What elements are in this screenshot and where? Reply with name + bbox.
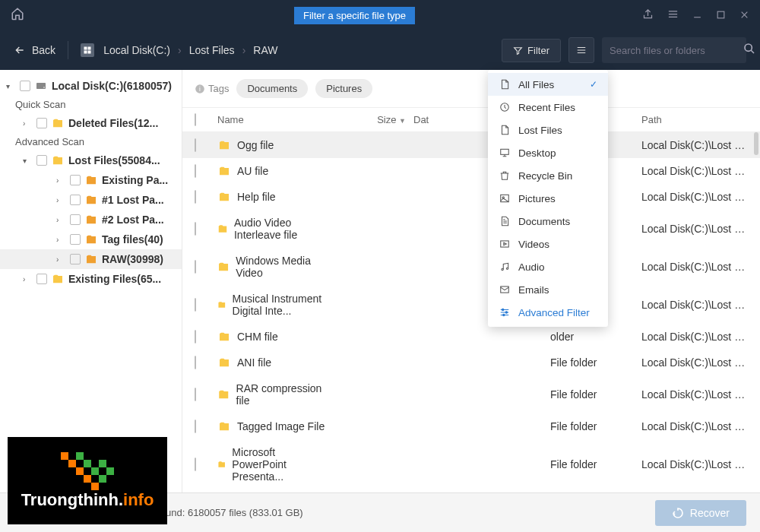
filter-item[interactable]: Recycle Bin — [488, 164, 608, 187]
svg-point-5 — [745, 44, 752, 51]
table-row[interactable]: Windows Media Video older Local Disk(C:)… — [182, 248, 760, 286]
minimize-icon[interactable] — [692, 9, 702, 22]
expand-icon[interactable]: › — [23, 275, 32, 283]
checkbox[interactable] — [195, 190, 196, 204]
column-name[interactable]: Name — [217, 114, 330, 125]
tree-existing-files[interactable]: › Existing Files(65... — [0, 269, 182, 289]
tree-raw[interactable]: › RAW(30998) — [0, 249, 182, 269]
recover-button[interactable]: Recover — [655, 500, 746, 526]
filter-item[interactable]: Videos — [488, 233, 608, 255]
table-row[interactable]: Help file older Local Disk(C:)\Lost F... — [182, 184, 760, 210]
expand-icon[interactable]: › — [56, 216, 65, 224]
file-path: Local Disk(C:)\Lost F... — [641, 458, 748, 470]
home-icon[interactable] — [11, 10, 24, 23]
expand-icon[interactable]: › — [56, 236, 65, 244]
checkbox[interactable] — [195, 388, 196, 401]
filter-item[interactable]: Audio — [488, 255, 608, 278]
table-row[interactable]: Musical Instrument Digital Inte... older… — [182, 286, 760, 324]
collapse-icon[interactable]: ▾ — [23, 157, 32, 165]
table-row[interactable]: Tagged Image File File folder Local Disk… — [182, 413, 760, 439]
table-row[interactable]: Microsoft PowerPoint Presenta... File fo… — [182, 439, 760, 489]
checkbox[interactable] — [195, 138, 196, 152]
expand-icon[interactable]: › — [56, 255, 65, 264]
tree-deleted-files[interactable]: › Deleted Files(12... — [0, 113, 182, 133]
file-name: Ogg file — [237, 139, 274, 151]
table-row[interactable]: Ogg file older Local Disk(C:)\Lost F... — [182, 132, 760, 158]
expand-icon[interactable]: › — [56, 196, 65, 204]
chevron-right-icon: › — [242, 44, 246, 56]
column-size[interactable]: Size ▼ — [330, 114, 413, 125]
checkbox[interactable] — [70, 175, 81, 185]
tree-tag-files[interactable]: › Tag files(40) — [0, 230, 182, 249]
checkbox[interactable] — [36, 274, 47, 284]
checkbox[interactable] — [70, 214, 81, 225]
tree-root[interactable]: ▾ Local Disk(C:)(6180057) — [0, 76, 182, 96]
filter-item-label: Emails — [518, 284, 549, 296]
breadcrumb-item[interactable]: Lost Files — [189, 44, 235, 56]
checkbox[interactable] — [195, 164, 196, 178]
table-row[interactable]: AU file older Local Disk(C:)\Lost F... — [182, 158, 760, 184]
filter-button[interactable]: Filter — [502, 39, 561, 62]
checkbox[interactable] — [195, 458, 196, 471]
checkbox[interactable] — [70, 195, 81, 205]
svg-rect-29 — [84, 475, 91, 483]
tree-lost-pa-1[interactable]: › #1 Lost Pa... — [0, 190, 182, 210]
select-all-checkbox[interactable] — [195, 113, 196, 126]
tag-documents[interactable]: Documents — [236, 79, 308, 98]
filter-item[interactable]: Pictures — [488, 187, 608, 210]
table-row[interactable]: ANI file File folder Local Disk(C:)\Lost… — [182, 350, 760, 375]
file-icon — [499, 78, 511, 90]
audio-icon — [499, 261, 511, 273]
checkbox[interactable] — [36, 155, 47, 166]
folder-icon — [217, 261, 230, 273]
titlebar: Filter a specific file type — [0, 0, 760, 30]
checkbox[interactable] — [70, 234, 81, 245]
search-box[interactable] — [602, 37, 746, 63]
maximize-icon[interactable] — [716, 9, 726, 22]
checkbox[interactable] — [20, 81, 30, 91]
svg-rect-2 — [88, 47, 91, 50]
collapse-icon[interactable]: ▾ — [6, 82, 15, 90]
breadcrumb-item[interactable]: RAW — [253, 44, 277, 56]
filter-item[interactable]: All Files ✓ — [488, 73, 608, 96]
filter-item[interactable]: Emails — [488, 278, 608, 301]
expand-icon[interactable]: › — [56, 176, 65, 185]
scrollbar[interactable] — [754, 132, 758, 155]
svg-point-18 — [502, 309, 504, 310]
tree-lost-pa-2[interactable]: › #2 Lost Pa... — [0, 210, 182, 230]
file-icon — [499, 124, 511, 136]
filter-item[interactable]: Documents — [488, 210, 608, 233]
filter-item[interactable]: Desktop — [488, 141, 608, 164]
search-icon[interactable] — [743, 43, 755, 58]
column-path[interactable]: Path — [641, 114, 748, 125]
tree-existing-pa[interactable]: › Existing Pa... — [0, 170, 182, 190]
checkbox[interactable] — [195, 260, 196, 274]
watermark-text: Truongthinh.info — [21, 490, 154, 510]
close-icon[interactable] — [739, 9, 749, 22]
checkbox[interactable] — [195, 420, 196, 433]
checkbox[interactable] — [195, 298, 196, 312]
table-row[interactable]: Audio Video Interleave file older Local … — [182, 210, 760, 248]
filter-item[interactable]: Recent Files — [488, 96, 608, 119]
filter-item[interactable]: Lost Files — [488, 119, 608, 141]
tree-lost-files[interactable]: ▾ Lost Files(55084... — [0, 150, 182, 170]
breadcrumb-item[interactable]: Local Disk(C:) — [103, 44, 170, 56]
checkbox[interactable] — [36, 118, 47, 128]
doc-icon — [499, 215, 511, 227]
checkbox[interactable] — [195, 356, 196, 369]
checkbox[interactable] — [195, 222, 196, 236]
share-icon[interactable] — [642, 8, 654, 22]
table-row[interactable]: CHM file older Local Disk(C:)\Lost F... — [182, 324, 760, 350]
filter-advanced[interactable]: Advanced Filter — [488, 301, 608, 324]
tag-pictures[interactable]: Pictures — [315, 79, 372, 98]
expand-icon[interactable]: › — [23, 119, 32, 128]
svg-rect-4 — [88, 51, 91, 54]
checkbox[interactable] — [195, 330, 196, 344]
table-row[interactable]: RAR compression file File folder Local D… — [182, 375, 760, 413]
back-button[interactable]: Back — [14, 44, 55, 56]
filter-item-label: All Files — [518, 79, 554, 90]
checkbox[interactable] — [70, 254, 81, 264]
search-input[interactable] — [610, 45, 737, 56]
view-list-button[interactable] — [568, 37, 594, 63]
menu-icon[interactable] — [667, 8, 679, 22]
